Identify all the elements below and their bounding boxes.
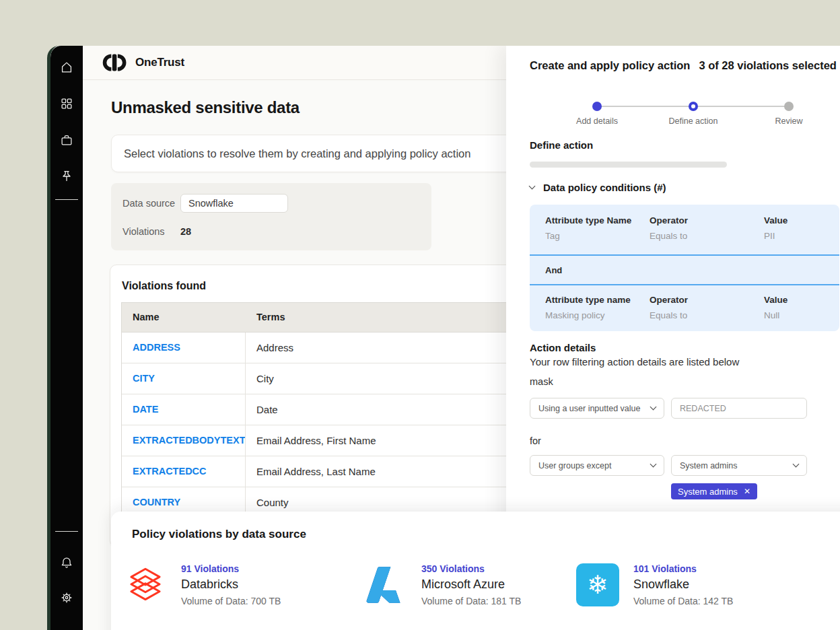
- violations-label: Violations: [123, 226, 165, 237]
- col-header-name: Name: [122, 303, 246, 332]
- group-method-dropdown[interactable]: User groups except: [530, 455, 664, 476]
- step-dot-review[interactable]: [784, 102, 794, 111]
- group-value-text: System admins: [680, 461, 737, 470]
- brand: OneTrust: [100, 53, 184, 72]
- snowflake-logo: ❄: [575, 563, 620, 607]
- mask-label: mask: [530, 376, 553, 387]
- selected-group-chip: System admins ✕: [671, 483, 757, 499]
- source-volume: Volume of Data: 142 TB: [633, 596, 733, 606]
- group-method-value: User groups except: [538, 461, 611, 470]
- page-title: Unmasked sensitive data: [111, 98, 300, 117]
- cond-attr-value: Tag: [545, 231, 650, 241]
- card-text: 91 Violations Databricks Volume of Data:…: [181, 563, 281, 606]
- action-details-heading: Action details: [530, 342, 596, 353]
- table-row: EXTRACTEDCC Email Address, Last Name: [122, 456, 555, 487]
- cond-attr-header: Attribute type Name: [545, 215, 650, 225]
- violations-count: 28: [180, 226, 191, 237]
- card-text: 101 Violations Snowflake Volume of Data:…: [633, 563, 733, 606]
- violation-name-link[interactable]: EXTRACTEDBODYTEXT: [122, 425, 246, 456]
- violations-heading: Violations found: [122, 280, 206, 292]
- data-source-card-azure: 350 Violations Microsoft Azure Volume of…: [363, 563, 521, 607]
- table-row: EXTRACTEDBODYTEXT Email Address, First N…: [122, 425, 555, 456]
- cond-op-header: Operator: [650, 295, 764, 305]
- group-value-dropdown[interactable]: System admins: [671, 455, 807, 476]
- sidebar: [50, 46, 83, 630]
- cond-val-value: PII: [764, 231, 839, 241]
- table-row: ADDRESS Address: [122, 332, 555, 363]
- condition-divider: [530, 254, 839, 256]
- data-source-card-snowflake: ❄ 101 Violations Snowflake Volume of Dat…: [575, 563, 733, 607]
- condition-row: Attribute type Name Tag Operator Equals …: [530, 215, 839, 241]
- source-volume: Volume of Data: 181 TB: [421, 596, 521, 606]
- condition-row: Attribute type name Masking policy Opera…: [530, 295, 839, 320]
- cond-attr-value: Masking policy: [545, 310, 650, 320]
- conditions-toggle[interactable]: Data policy conditions (#): [530, 182, 666, 193]
- table-header-row: Name Terms: [122, 303, 555, 332]
- condition-connector: And: [545, 265, 562, 275]
- define-action-heading: Define action: [530, 139, 593, 151]
- violations-link[interactable]: 101 Violations: [633, 563, 733, 574]
- step-label: Define action: [653, 116, 734, 126]
- source-name: Databricks: [181, 578, 281, 592]
- table-row: DATE Date: [122, 394, 555, 425]
- briefcase-icon[interactable]: [50, 133, 83, 147]
- onetrust-logo: [100, 53, 129, 72]
- data-source-input[interactable]: Snowflake: [180, 194, 288, 213]
- card-text: 350 Violations Microsoft Azure Volume of…: [421, 563, 521, 606]
- chevron-down-icon: [650, 404, 657, 411]
- azure-logo: [363, 563, 408, 607]
- violations-link[interactable]: 350 Violations: [421, 563, 521, 574]
- step-dot-add-details[interactable]: [592, 102, 602, 111]
- databricks-logo: [123, 563, 168, 607]
- mask-method-dropdown[interactable]: Using a user inputted value: [530, 398, 664, 419]
- sidebar-divider-top: [55, 199, 78, 200]
- cond-op-header: Operator: [650, 215, 764, 225]
- violation-name-link[interactable]: EXTRACTEDCC: [122, 456, 246, 487]
- cond-val-header: Value: [764, 215, 839, 225]
- filter-summary: Data source Snowflake Violations 28: [111, 183, 431, 250]
- mask-value-text: REDACTED: [680, 404, 726, 413]
- bell-icon[interactable]: [50, 555, 83, 570]
- sidebar-divider-bottom: [55, 531, 78, 532]
- pushpin-icon[interactable]: [50, 169, 83, 184]
- panel-heading: Policy violations by data source: [132, 528, 306, 541]
- mask-method-value: Using a user inputted value: [538, 404, 640, 413]
- condition-divider: [530, 284, 839, 285]
- mask-value-input[interactable]: REDACTED: [671, 398, 807, 419]
- violations-link[interactable]: 91 Violations: [181, 563, 281, 574]
- table-row: CITY City: [122, 363, 555, 394]
- step-dot-define-action[interactable]: [689, 102, 698, 111]
- cond-val-header: Value: [764, 295, 839, 305]
- cond-op-value: Equals to: [650, 310, 764, 320]
- action-details-subtitle: Your row filtering action details are li…: [530, 356, 739, 368]
- drawer-title: Create and apply policy action: [530, 59, 690, 72]
- violations-table: Name Terms ADDRESS Address CITY City DAT…: [121, 302, 556, 518]
- gear-icon[interactable]: [50, 590, 83, 605]
- violation-name-link[interactable]: CITY: [122, 363, 246, 394]
- brand-name: OneTrust: [135, 56, 184, 69]
- data-source-label: Data source: [123, 198, 175, 209]
- home-icon[interactable]: [50, 60, 83, 75]
- chevron-down-icon: [793, 461, 800, 468]
- app-window: OneTrust Unmasked sensitive data Select …: [47, 46, 840, 630]
- progress-bar: [530, 162, 727, 168]
- violations-card: Violations found Name Terms ADDRESS Addr…: [110, 265, 557, 547]
- close-icon[interactable]: ✕: [744, 487, 750, 495]
- apps-grid-icon[interactable]: [50, 96, 83, 111]
- source-name: Microsoft Azure: [421, 578, 521, 592]
- chevron-down-icon: [529, 183, 536, 190]
- cond-val-value: Null: [764, 310, 839, 320]
- source-name: Snowflake: [633, 578, 733, 592]
- step-label: Add details: [557, 116, 637, 126]
- drawer-title-row: Create and apply policy action 3 of 28 v…: [530, 59, 837, 72]
- step-label: Review: [748, 116, 829, 126]
- violation-name-link[interactable]: ADDRESS: [122, 332, 246, 363]
- chevron-down-icon: [650, 461, 657, 468]
- data-source-card-databricks: 91 Violations Databricks Volume of Data:…: [123, 563, 281, 607]
- cond-op-value: Equals to: [650, 231, 764, 241]
- chip-label: System admins: [678, 487, 738, 497]
- selection-count: 3 of 28 violations selected: [699, 59, 837, 72]
- cond-attr-header: Attribute type name: [545, 295, 650, 305]
- policy-violations-panel: Policy violations by data source 91 Viol…: [111, 512, 840, 630]
- violation-name-link[interactable]: DATE: [122, 394, 246, 425]
